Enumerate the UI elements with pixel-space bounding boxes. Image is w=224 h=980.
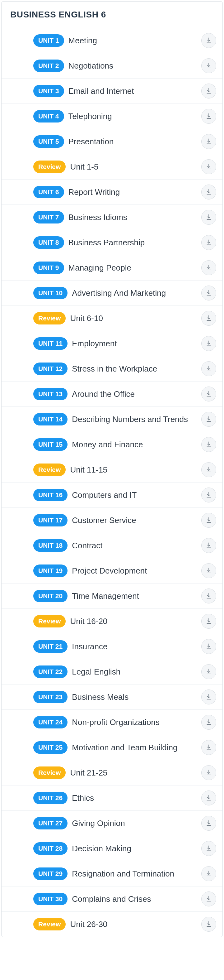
list-item[interactable]: UNIT 23Business Meals [2,684,222,710]
list-item[interactable]: UNIT 11Employment [2,331,222,356]
download-button[interactable] [201,260,216,275]
item-title: Describing Numbers and Trends [72,414,197,425]
list-item[interactable]: UNIT 14Describing Numbers and Trends [2,407,222,432]
download-button[interactable] [201,462,216,477]
list-item[interactable]: UNIT 1Meeting [2,28,222,53]
list-item[interactable]: UNIT 19Project Development [2,558,222,584]
list-item[interactable]: ReviewUnit 1-5 [2,154,222,180]
item-title: Business Partnership [68,237,197,248]
download-button[interactable] [201,336,216,351]
download-button[interactable] [201,33,216,48]
unit-badge: UNIT 8 [33,236,64,249]
list-item[interactable]: ReviewUnit 21-25 [2,760,222,786]
download-button[interactable] [201,715,216,730]
list-item[interactable]: UNIT 12Stress in the Workplace [2,356,222,382]
download-icon [205,62,212,70]
download-icon [205,567,212,575]
download-button[interactable] [201,311,216,326]
list-item[interactable]: UNIT 28Decision Making [2,836,222,861]
download-button[interactable] [201,765,216,780]
list-item[interactable]: ReviewUnit 16-20 [2,609,222,634]
list-item[interactable]: UNIT 7Business Idioms [2,205,222,230]
item-title: Contract [72,541,197,551]
list-item[interactable]: UNIT 29Resignation and Termination [2,861,222,886]
download-button[interactable] [201,159,216,174]
download-button[interactable] [201,538,216,553]
download-button[interactable] [201,412,216,427]
review-badge: Review [33,615,66,627]
list-item[interactable]: ReviewUnit 6-10 [2,306,222,331]
download-button[interactable] [201,816,216,831]
download-button[interactable] [201,917,216,932]
download-icon [205,239,212,247]
list-item[interactable]: UNIT 3Email and Internet [2,78,222,104]
download-button[interactable] [201,791,216,805]
list-item[interactable]: UNIT 26Ethics [2,786,222,811]
download-button[interactable] [201,235,216,250]
download-icon [205,289,212,297]
list-item[interactable]: UNIT 9Managing People [2,255,222,280]
download-button[interactable] [201,58,216,73]
download-button[interactable] [201,589,216,603]
download-button[interactable] [201,109,216,124]
list-item[interactable]: UNIT 21Insurance [2,634,222,659]
list-item[interactable]: UNIT 4Telephoning [2,104,222,129]
download-button[interactable] [201,639,216,654]
list-item[interactable]: UNIT 13Around the Office [2,382,222,407]
list-item[interactable]: UNIT 18Contract [2,533,222,558]
unit-badge: UNIT 30 [33,893,68,905]
list-item[interactable]: UNIT 25Motivation and Team Building [2,735,222,760]
download-button[interactable] [201,185,216,199]
download-button[interactable] [201,487,216,503]
unit-badge: UNIT 1 [33,34,64,47]
download-button[interactable] [201,84,216,99]
download-button[interactable] [201,361,216,376]
download-button[interactable] [201,437,216,452]
list-item[interactable]: UNIT 27Giving Opinion [2,811,222,836]
list-item[interactable]: UNIT 8Business Partnership [2,230,222,255]
download-button[interactable] [201,513,216,528]
list-item[interactable]: ReviewUnit 11-15 [2,457,222,482]
list-item[interactable]: UNIT 10Advertising And Marketing [2,280,222,306]
item-title: Legal English [72,667,197,677]
download-icon [205,188,212,196]
item-title: Non-profit Organizations [72,717,197,727]
list-item[interactable]: UNIT 22Legal English [2,659,222,684]
list-item[interactable]: UNIT 15Money and Finance [2,432,222,457]
download-button[interactable] [201,210,216,225]
unit-badge: UNIT 26 [33,792,68,804]
download-button[interactable] [201,841,216,856]
list-item[interactable]: UNIT 20Time Management [2,584,222,609]
download-icon [205,213,212,221]
download-icon [205,340,212,348]
unit-badge: UNIT 13 [33,388,68,400]
download-button[interactable] [201,689,216,705]
download-button[interactable] [201,387,216,401]
unit-badge: UNIT 17 [33,514,68,527]
unit-badge: UNIT 24 [33,716,68,729]
download-button[interactable] [201,866,216,881]
download-button[interactable] [201,286,216,301]
review-badge: Review [33,312,66,325]
download-icon [205,921,212,928]
list-item[interactable]: UNIT 24Non-profit Organizations [2,710,222,735]
list-item[interactable]: ReviewUnit 26-30 [2,912,222,937]
download-button[interactable] [201,740,216,755]
download-button[interactable] [201,614,216,629]
item-title: Email and Internet [68,86,197,96]
download-button[interactable] [201,664,216,679]
list-item[interactable]: UNIT 30Complains and Crises [2,886,222,912]
download-button[interactable] [201,134,216,149]
unit-badge: UNIT 7 [33,211,64,223]
download-button[interactable] [201,891,216,907]
list-item[interactable]: UNIT 2Negotiations [2,53,222,78]
unit-badge: UNIT 11 [33,337,68,350]
unit-badge: UNIT 3 [33,85,64,97]
list-item[interactable]: UNIT 16Computers and IT [2,482,222,508]
list-item[interactable]: UNIT 17Customer Service [2,508,222,533]
item-title: Telephoning [68,111,197,122]
item-title: Motivation and Team Building [72,743,197,753]
list-item[interactable]: UNIT 5Presentation [2,129,222,154]
download-button[interactable] [201,563,216,578]
list-item[interactable]: UNIT 6Report Writing [2,180,222,205]
